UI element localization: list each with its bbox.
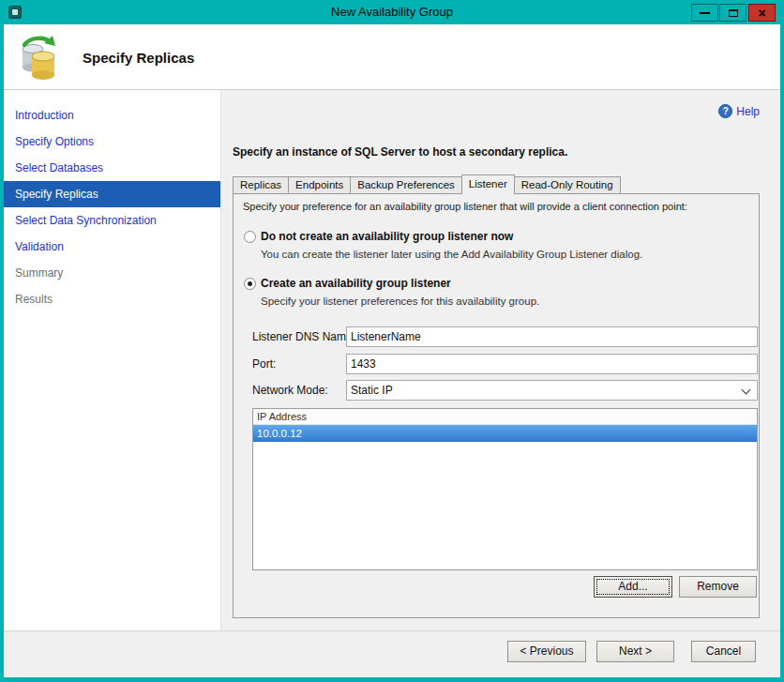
tab-listener[interactable]: Listener: [461, 174, 515, 194]
listener-intro-text: Specify your preference for an availabil…: [243, 201, 687, 212]
radio-create-listener[interactable]: [244, 278, 256, 290]
wizard-header: Specify Replicas: [4, 24, 780, 90]
dns-name-input[interactable]: [346, 326, 758, 347]
close-icon: ×: [758, 7, 765, 20]
wizard-steps-sidebar: Introduction Specify Options Select Data…: [4, 90, 221, 630]
tab-replicas[interactable]: Replicas: [233, 176, 289, 194]
maximize-icon: [729, 9, 738, 17]
network-mode-label: Network Mode:: [252, 380, 328, 401]
cancel-button[interactable]: Cancel: [691, 641, 756, 662]
help-link[interactable]: ? Help: [718, 104, 760, 118]
network-mode-value: Static IP: [351, 384, 393, 397]
sidebar-item-introduction[interactable]: Introduction: [4, 102, 220, 129]
sidebar-item-results: Results: [4, 286, 220, 312]
radio-create-listener-label[interactable]: Create an availability group listener: [261, 277, 451, 290]
help-icon: ?: [718, 104, 732, 118]
dns-name-label: Listener DNS Name:: [252, 326, 355, 347]
ip-list-header: IP Address: [253, 409, 757, 425]
listener-tab-panel: Specify your preference for an availabil…: [233, 193, 760, 618]
tab-endpoints[interactable]: Endpoints: [288, 176, 351, 194]
sidebar-item-specify-replicas[interactable]: Specify Replicas: [4, 181, 220, 207]
window-title: New Availability Group: [0, 5, 784, 19]
network-mode-select[interactable]: Static IP: [346, 380, 758, 401]
help-label: Help: [736, 105, 760, 118]
previous-button[interactable]: < Previous: [507, 641, 586, 662]
remove-button[interactable]: Remove: [679, 576, 757, 598]
sidebar-item-specify-options[interactable]: Specify Options: [4, 129, 220, 155]
radio-no-listener-description: You can create the listener later using …: [261, 249, 642, 260]
maximize-button[interactable]: [719, 4, 746, 22]
minimize-icon: [700, 12, 710, 14]
chevron-down-icon: [742, 386, 751, 395]
tab-read-only-routing[interactable]: Read-Only Routing: [514, 176, 621, 194]
availability-group-icon: [17, 34, 62, 81]
radio-create-listener-description: Specify your listener preferences for th…: [261, 296, 539, 307]
ip-list-row[interactable]: 10.0.0.12: [253, 425, 757, 442]
radio-no-listener-label[interactable]: Do not create an availability group list…: [261, 230, 513, 243]
content-area: ? Help Specify an instance of SQL Server…: [221, 90, 780, 630]
tab-backup-preferences[interactable]: Backup Preferences: [350, 176, 462, 194]
tab-strip: Replicas Endpoints Backup Preferences Li…: [233, 174, 621, 194]
ip-address-list[interactable]: IP Address 10.0.0.12: [252, 408, 758, 570]
add-button[interactable]: Add...: [594, 576, 672, 598]
port-label: Port:: [252, 354, 276, 374]
wizard-window: New Availability Group × Specify Replica…: [0, 0, 784, 682]
sidebar-item-summary: Summary: [4, 260, 220, 286]
port-input[interactable]: [346, 354, 758, 374]
next-button[interactable]: Next >: [596, 641, 674, 662]
sidebar-item-select-data-sync[interactable]: Select Data Synchronization: [4, 207, 220, 234]
minimize-button[interactable]: [691, 4, 718, 22]
page-instruction: Specify an instance of SQL Server to hos…: [233, 145, 567, 159]
close-button[interactable]: ×: [748, 4, 776, 22]
page-title: Specify Replicas: [83, 50, 194, 66]
wizard-footer: < Previous Next > Cancel: [4, 630, 780, 677]
title-bar: New Availability Group ×: [0, 0, 784, 24]
sidebar-item-validation[interactable]: Validation: [4, 234, 220, 260]
sidebar-item-select-databases[interactable]: Select Databases: [4, 155, 220, 181]
radio-no-listener[interactable]: [244, 231, 256, 243]
